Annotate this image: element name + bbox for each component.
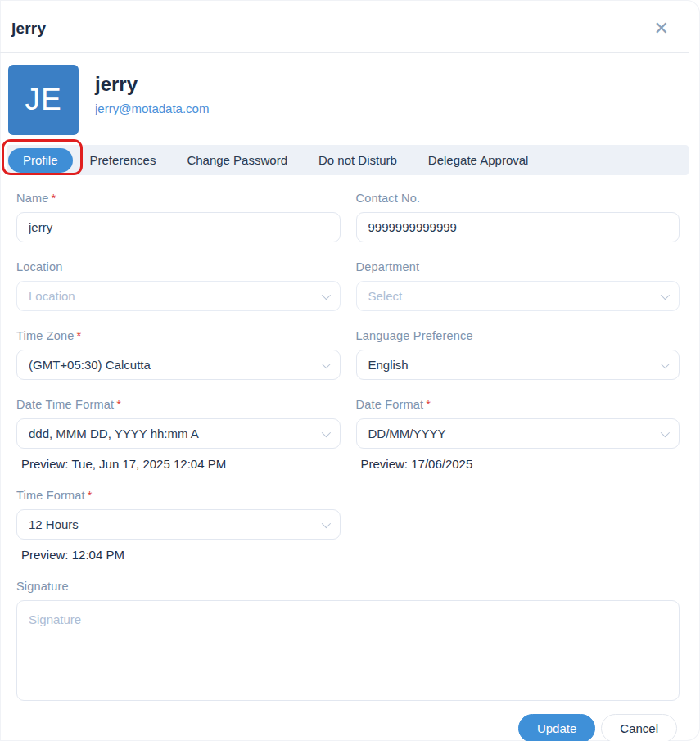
required-asterisk: *	[77, 329, 82, 342]
date-format-value: DD/MM/YYYY	[368, 427, 446, 441]
tab-bar: Profile Preferences Change Password Do n…	[7, 145, 689, 175]
timezone-field-group: Time Zone* (GMT+05:30) Calcutta	[16, 329, 341, 380]
profile-form: Name* Contact No. Location Location Depa…	[0, 175, 700, 701]
signature-textarea[interactable]	[16, 600, 680, 701]
chevron-down-icon	[321, 427, 330, 436]
user-profile-modal: jerry ✕ JE jerry jerry@motadata.com Prof…	[0, 0, 700, 741]
date-format-label: Date Format*	[356, 398, 680, 411]
language-field-group: Language Preference English	[356, 329, 680, 380]
name-label: Name*	[16, 192, 341, 205]
signature-label: Signature	[16, 580, 680, 593]
required-asterisk: *	[88, 489, 93, 502]
contact-label: Contact No.	[356, 192, 680, 205]
required-asterisk: *	[51, 192, 56, 205]
avatar: JE	[8, 65, 79, 135]
timezone-label: Time Zone*	[16, 329, 341, 342]
tab-bar-wrapper: Profile Preferences Change Password Do n…	[7, 145, 689, 175]
timezone-select[interactable]: (GMT+05:30) Calcutta	[16, 350, 341, 380]
department-placeholder: Select	[368, 289, 403, 303]
timezone-value: (GMT+05:30) Calcutta	[29, 358, 151, 372]
chevron-down-icon	[661, 290, 670, 299]
tab-change-password[interactable]: Change Password	[171, 145, 303, 175]
tab-profile[interactable]: Profile	[8, 148, 73, 173]
datetime-format-label: Date Time Format*	[16, 398, 341, 411]
contact-field-group: Contact No.	[356, 192, 680, 242]
date-format-field-group: Date Format* DD/MM/YYYY Preview: 17/06/2…	[356, 398, 680, 471]
tab-preferences[interactable]: Preferences	[75, 145, 172, 175]
chevron-down-icon	[321, 518, 330, 527]
chevron-down-icon	[661, 427, 670, 436]
user-summary: JE jerry jerry@motadata.com	[0, 53, 700, 135]
time-format-field-group: Time Format* 12 Hours Preview: 12:04 PM	[16, 489, 341, 562]
name-field-group: Name*	[16, 192, 341, 242]
close-icon[interactable]: ✕	[651, 18, 672, 39]
location-select[interactable]: Location	[16, 281, 341, 311]
datetime-format-preview: Preview: Tue, Jun 17, 2025 12:04 PM	[16, 457, 341, 471]
cancel-button[interactable]: Cancel	[601, 714, 677, 741]
location-placeholder: Location	[29, 289, 75, 303]
date-format-select[interactable]: DD/MM/YYYY	[356, 418, 680, 449]
empty-column	[356, 489, 680, 562]
date-format-preview: Preview: 17/06/2025	[356, 457, 680, 471]
chevron-down-icon	[321, 290, 330, 299]
language-value: English	[368, 358, 409, 372]
tab-delegate-approval[interactable]: Delegate Approval	[413, 145, 544, 175]
modal-header: jerry ✕	[0, 0, 689, 53]
user-name: jerry	[95, 73, 209, 96]
language-select[interactable]: English	[356, 350, 680, 380]
time-format-value: 12 Hours	[29, 517, 79, 531]
name-input[interactable]	[16, 212, 341, 242]
chevron-down-icon	[321, 359, 330, 368]
location-field-group: Location Location	[16, 260, 341, 311]
department-select[interactable]: Select	[356, 281, 680, 311]
update-button[interactable]: Update	[518, 714, 595, 741]
datetime-format-select[interactable]: ddd, MMM DD, YYYY hh:mm A	[16, 418, 341, 449]
department-label: Department	[356, 260, 680, 273]
department-field-group: Department Select	[356, 260, 680, 311]
signature-field-group: Signature	[16, 580, 680, 701]
time-format-select[interactable]: 12 Hours	[16, 509, 341, 540]
datetime-format-value: ddd, MMM DD, YYYY hh:mm A	[29, 427, 199, 441]
modal-title: jerry	[11, 20, 46, 38]
contact-input[interactable]	[356, 212, 680, 242]
required-asterisk: *	[116, 398, 121, 411]
language-label: Language Preference	[356, 329, 680, 342]
datetime-format-field-group: Date Time Format* ddd, MMM DD, YYYY hh:m…	[16, 398, 341, 471]
time-format-label: Time Format*	[16, 489, 341, 502]
time-format-preview: Preview: 12:04 PM	[16, 548, 341, 562]
tab-do-not-disturb[interactable]: Do not Disturb	[303, 145, 413, 175]
user-email: jerry@motadata.com	[95, 102, 209, 115]
chevron-down-icon	[661, 359, 670, 368]
required-asterisk: *	[426, 398, 431, 411]
modal-footer: Update Cancel	[0, 701, 700, 741]
user-info: jerry jerry@motadata.com	[95, 65, 209, 115]
location-label: Location	[16, 260, 341, 273]
